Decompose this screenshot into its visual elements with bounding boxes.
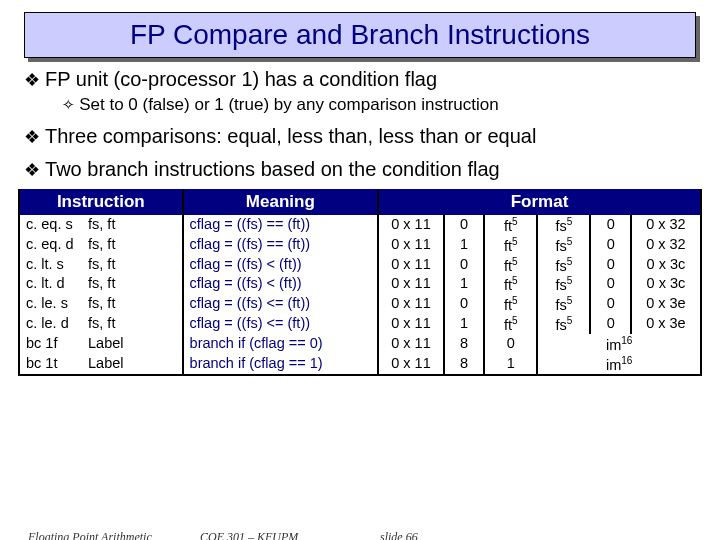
- cell-meaning: cflag = ((fs) < (ft)): [183, 274, 378, 294]
- cell-fmt: 0 x 11: [378, 334, 444, 354]
- cell-fmt: ft5: [484, 235, 537, 255]
- cell-meaning: cflag = ((fs) < (ft)): [183, 255, 378, 275]
- cell-meaning: cflag = ((fs) <= (ft)): [183, 294, 378, 314]
- cell-fmt: 0 x 3c: [631, 274, 701, 294]
- cell-instruction: bc 1f Label: [19, 334, 183, 354]
- table-row: c. le. d fs, ftcflag = ((fs) <= (ft))0 x…: [19, 314, 701, 334]
- cell-fmt: 0 x 11: [378, 314, 444, 334]
- cell-fmt: 1: [444, 274, 484, 294]
- cell-fmt: ft5: [484, 274, 537, 294]
- cell-fmt: fs5: [537, 215, 590, 235]
- table-header-row: Instruction Meaning Format: [19, 189, 701, 215]
- bullet-3: Two branch instructions based on the con…: [24, 158, 696, 181]
- table-row: bc 1f Labelbranch if (cflag == 0)0 x 118…: [19, 334, 701, 354]
- cell-fmt: 0: [590, 215, 630, 235]
- cell-fmt: 0 x 11: [378, 215, 444, 235]
- table-row: c. lt. d fs, ftcflag = ((fs) < (ft))0 x …: [19, 274, 701, 294]
- cell-fmt: 0 x 32: [631, 235, 701, 255]
- cell-meaning: cflag = ((fs) <= (ft)): [183, 314, 378, 334]
- cell-fmt: fs5: [537, 294, 590, 314]
- cell-fmt: 0: [444, 294, 484, 314]
- cell-fmt: 0 x 11: [378, 255, 444, 275]
- cell-instruction: c. lt. s fs, ft: [19, 255, 183, 275]
- cell-fmt: ft5: [484, 314, 537, 334]
- cell-instruction: c. eq. d fs, ft: [19, 235, 183, 255]
- cell-fmt: 0: [444, 255, 484, 275]
- cell-fmt: 0: [590, 294, 630, 314]
- cell-fmt: 0: [590, 314, 630, 334]
- cell-fmt: 8: [444, 354, 484, 375]
- cell-fmt: fs5: [537, 314, 590, 334]
- cell-instruction: bc 1t Label: [19, 354, 183, 375]
- col-format: Format: [378, 189, 701, 215]
- bullet-2: Three comparisons: equal, less than, les…: [24, 125, 696, 148]
- cell-fmt: 0: [590, 274, 630, 294]
- cell-fmt: 0 x 3e: [631, 314, 701, 334]
- cell-fmt: 0 x 32: [631, 215, 701, 235]
- cell-fmt: 0 x 11: [378, 235, 444, 255]
- cell-fmt: 1: [444, 314, 484, 334]
- cell-instruction: c. le. s fs, ft: [19, 294, 183, 314]
- footer-left: Floating Point Arithmetic: [28, 530, 152, 540]
- cell-instruction: c. lt. d fs, ft: [19, 274, 183, 294]
- cell-meaning: cflag = ((fs) == (ft)): [183, 235, 378, 255]
- slide-title: FP Compare and Branch Instructions: [24, 12, 696, 58]
- cell-fmt: fs5: [537, 255, 590, 275]
- cell-meaning: branch if (cflag == 0): [183, 334, 378, 354]
- table-row: bc 1t Labelbranch if (cflag == 1)0 x 118…: [19, 354, 701, 375]
- table-row: c. lt. s fs, ftcflag = ((fs) < (ft))0 x …: [19, 255, 701, 275]
- instruction-table: Instruction Meaning Format c. eq. s fs, …: [18, 189, 702, 376]
- cell-fmt: ft5: [484, 255, 537, 275]
- cell-fmt: 0 x 11: [378, 274, 444, 294]
- cell-fmt: 0 x 11: [378, 294, 444, 314]
- cell-fmt: ft5: [484, 294, 537, 314]
- cell-fmt: fs5: [537, 274, 590, 294]
- cell-fmt: im16: [537, 354, 701, 375]
- cell-fmt: 0: [484, 334, 537, 354]
- cell-fmt: im16: [537, 334, 701, 354]
- cell-instruction: c. eq. s fs, ft: [19, 215, 183, 235]
- cell-fmt: 8: [444, 334, 484, 354]
- table-row: c. eq. s fs, ftcflag = ((fs) == (ft))0 x…: [19, 215, 701, 235]
- cell-fmt: 1: [444, 235, 484, 255]
- cell-fmt: 0 x 11: [378, 354, 444, 375]
- cell-fmt: 0 x 3c: [631, 255, 701, 275]
- footer-right: slide 66: [380, 530, 418, 540]
- cell-fmt: 0: [444, 215, 484, 235]
- cell-fmt: ft5: [484, 215, 537, 235]
- col-meaning: Meaning: [183, 189, 378, 215]
- cell-meaning: cflag = ((fs) == (ft)): [183, 215, 378, 235]
- cell-fmt: 0: [590, 255, 630, 275]
- table-row: c. le. s fs, ftcflag = ((fs) <= (ft))0 x…: [19, 294, 701, 314]
- cell-meaning: branch if (cflag == 1): [183, 354, 378, 375]
- bullet-list: FP unit (co-processor 1) has a condition…: [24, 68, 696, 181]
- col-instruction: Instruction: [19, 189, 183, 215]
- cell-fmt: fs5: [537, 235, 590, 255]
- cell-fmt: 1: [484, 354, 537, 375]
- footer-center: COE 301 – KFUPM: [200, 530, 298, 540]
- table-row: c. eq. d fs, ftcflag = ((fs) == (ft))0 x…: [19, 235, 701, 255]
- cell-fmt: 0 x 3e: [631, 294, 701, 314]
- sub-bullet-1: Set to 0 (false) or 1 (true) by any comp…: [62, 95, 696, 115]
- cell-fmt: 0: [590, 235, 630, 255]
- bullet-1: FP unit (co-processor 1) has a condition…: [24, 68, 696, 91]
- cell-instruction: c. le. d fs, ft: [19, 314, 183, 334]
